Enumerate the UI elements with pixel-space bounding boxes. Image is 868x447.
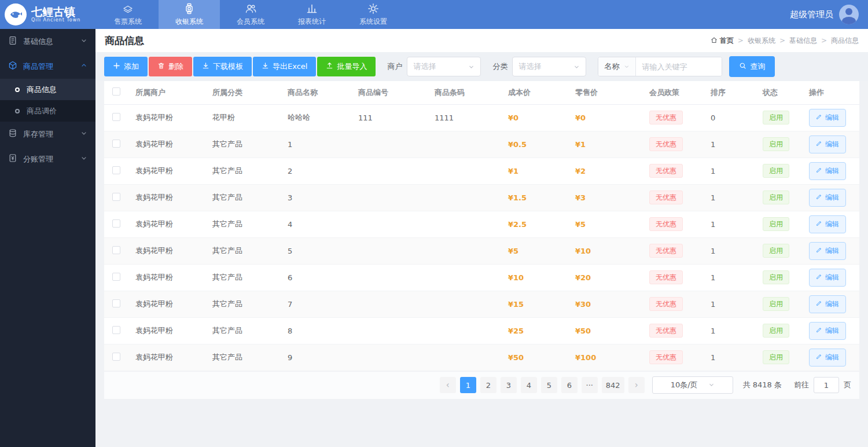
user-avatar[interactable] xyxy=(839,5,859,24)
page-button[interactable]: 1 xyxy=(460,377,476,393)
row-checkbox[interactable] xyxy=(112,273,120,281)
cell-goods-name: 9 xyxy=(282,344,352,371)
sidebar-subitem-goods-price-adjust[interactable]: 商品调价 xyxy=(0,100,95,122)
page-size-select[interactable]: 10条/页 xyxy=(652,376,733,394)
download-icon xyxy=(202,62,209,71)
page-button[interactable]: 4 xyxy=(521,377,537,393)
brand-logo: 七鲤古镇 Qili Ancient Town xyxy=(0,0,97,29)
row-checkbox[interactable] xyxy=(112,353,120,361)
next-page-button[interactable]: › xyxy=(628,377,645,393)
sidebar-subitem-goods-info[interactable]: 商品信息 xyxy=(0,79,95,100)
breadcrumb-cashier-system[interactable]: 收银系统 xyxy=(748,36,775,46)
status-badge: 启用 xyxy=(763,137,789,151)
cell-sort: 1 xyxy=(705,344,757,371)
member-policy-badge: 无优惠 xyxy=(649,137,683,151)
tab-member-system[interactable]: 会员系统 xyxy=(220,0,281,29)
cell-merchant: 袁妈花甲粉 xyxy=(130,157,207,184)
cell-barcode xyxy=(429,317,502,344)
cell-sort: 1 xyxy=(705,317,757,344)
add-button[interactable]: 添加 xyxy=(104,57,148,76)
cell-cost-price: ¥1 xyxy=(502,157,569,184)
cell-retail-price: ¥5 xyxy=(569,211,643,237)
page-button[interactable]: 5 xyxy=(541,377,557,393)
cell-category: 其它产品 xyxy=(207,344,282,371)
edit-button[interactable]: 编辑 xyxy=(809,349,846,367)
batch-import-button[interactable]: 批量导入 xyxy=(317,57,376,76)
search-field-select[interactable]: 名称 xyxy=(598,57,636,76)
status-badge: 启用 xyxy=(763,350,789,364)
cell-sort: 0 xyxy=(705,104,757,131)
inventory-icon xyxy=(8,129,17,140)
row-checkbox[interactable] xyxy=(112,140,120,148)
cell-barcode xyxy=(429,237,502,264)
pencil-icon xyxy=(816,140,822,148)
goto-page-input[interactable] xyxy=(814,377,839,393)
row-checkbox[interactable] xyxy=(112,113,120,121)
column-header: 商品编号 xyxy=(352,81,429,104)
breadcrumb-home[interactable]: 首页 xyxy=(711,36,734,46)
tab-ticket-system[interactable]: 售票系统 xyxy=(97,0,159,29)
edit-button[interactable]: 编辑 xyxy=(809,215,846,233)
member-policy-badge: 无优惠 xyxy=(649,324,683,338)
row-checkbox[interactable] xyxy=(112,219,120,228)
merchant-select[interactable]: 请选择 xyxy=(407,57,481,76)
select-all-checkbox[interactable] xyxy=(112,87,120,96)
cell-cost-price: ¥1.5 xyxy=(502,184,569,211)
cell-barcode xyxy=(429,157,502,184)
cell-goods-code xyxy=(352,157,429,184)
cell-category: 其它产品 xyxy=(207,157,282,184)
search-button[interactable]: 查询 xyxy=(729,56,775,77)
sidebar-item-inventory-management[interactable]: 库存管理 xyxy=(0,122,95,146)
edit-button[interactable]: 编辑 xyxy=(809,162,846,180)
brand-subtitle: Qili Ancient Town xyxy=(31,18,80,23)
sidebar-item-ledger-management[interactable]: 分账管理 xyxy=(0,146,95,171)
last-page-button[interactable]: 842 xyxy=(602,377,624,393)
cell-cost-price: ¥0 xyxy=(502,104,569,131)
chevron-up-icon xyxy=(80,62,87,71)
column-header: 零售价 xyxy=(569,81,643,104)
delete-button[interactable]: 删除 xyxy=(149,57,192,76)
page-button[interactable]: 2 xyxy=(480,377,496,393)
goods-table-card: 所属商户所属分类商品名称商品编号商品条码成本价零售价会员政策排序状态操作 袁妈花… xyxy=(104,81,859,399)
edit-button[interactable]: 编辑 xyxy=(809,295,846,313)
member-policy-badge: 无优惠 xyxy=(649,297,683,311)
row-checkbox[interactable] xyxy=(112,326,120,334)
edit-button[interactable]: 编辑 xyxy=(809,109,846,127)
status-badge: 启用 xyxy=(763,164,789,178)
row-checkbox[interactable] xyxy=(112,166,120,174)
cell-retail-price: ¥10 xyxy=(569,237,643,264)
cell-cost-price: ¥15 xyxy=(502,291,569,317)
download-template-button[interactable]: 下载模板 xyxy=(193,57,252,76)
page-title: 商品信息 xyxy=(105,34,144,47)
tab-report-statistics[interactable]: 报表统计 xyxy=(281,0,343,29)
prev-page-button[interactable]: ‹ xyxy=(440,377,456,393)
tab-cashier-system[interactable]: 收银系统 xyxy=(159,0,220,29)
tab-system-settings[interactable]: 系统设置 xyxy=(343,0,404,29)
page-button[interactable]: 3 xyxy=(501,377,517,393)
edit-button[interactable]: 编辑 xyxy=(809,242,846,260)
edit-button[interactable]: 编辑 xyxy=(809,269,846,287)
cell-sort: 1 xyxy=(705,131,757,157)
edit-button[interactable]: 编辑 xyxy=(809,135,846,153)
cell-barcode xyxy=(429,291,502,317)
row-checkbox[interactable] xyxy=(112,299,120,307)
pager-ellipsis[interactable]: ··· xyxy=(582,377,598,393)
sidebar-item-basic-info[interactable]: 基础信息 xyxy=(0,29,95,54)
cell-goods-name: 5 xyxy=(282,237,352,264)
category-select[interactable]: 请选择 xyxy=(512,57,586,76)
edit-button[interactable]: 编辑 xyxy=(809,322,846,340)
pencil-icon xyxy=(816,167,822,175)
chevron-down-icon xyxy=(80,37,87,46)
cell-category: 花甲粉 xyxy=(207,104,282,131)
keyword-input[interactable] xyxy=(636,57,722,76)
trash-icon xyxy=(157,62,165,71)
sidebar-item-goods-management[interactable]: 商品管理 xyxy=(0,54,95,79)
pencil-icon xyxy=(816,220,822,228)
breadcrumb-basic-info[interactable]: 基础信息 xyxy=(789,36,817,46)
page-button[interactable]: 6 xyxy=(561,377,578,393)
row-checkbox[interactable] xyxy=(112,193,120,201)
export-excel-button[interactable]: 导出Excel xyxy=(253,57,316,76)
row-checkbox[interactable] xyxy=(112,246,120,254)
edit-button[interactable]: 编辑 xyxy=(809,189,846,207)
cell-retail-price: ¥2 xyxy=(569,157,643,184)
